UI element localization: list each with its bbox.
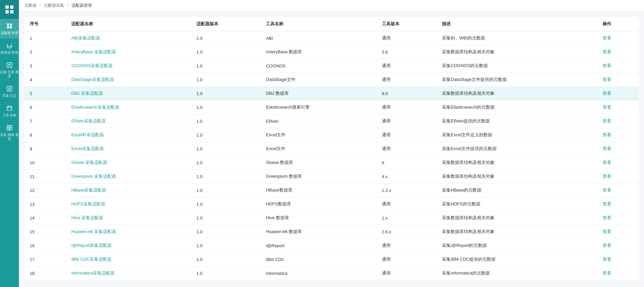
breadcrumb: 元数据 / 元数据采集 / 适配器管理	[19, 0, 644, 11]
view-action-link[interactable]: 查看	[603, 35, 611, 40]
cell-action: 查看	[597, 225, 639, 239]
adapter-name-link[interactable]: Elasticsearch采集适配器	[71, 105, 119, 110]
table-row: 13 HDFS采集适配器 1.0 HDFS数据库 通用 采集HDFS的元数据 查…	[24, 197, 639, 211]
adapter-name-link[interactable]: DB2 采集适配器	[71, 91, 103, 96]
cell-name: Hive 采集适配器	[66, 211, 191, 225]
col-header-tool-name: 工具名称	[260, 17, 376, 31]
cell-adapter-version: 1.0	[191, 197, 260, 211]
cell-adapter-version: 1.0	[191, 128, 260, 142]
cell-tool-version: 通用	[376, 59, 437, 73]
table-row: 14 Hive 采集适配器 1.0 Hive 数据库 1.x 采集数据库结构及相…	[24, 211, 639, 225]
cell-action: 查看	[597, 239, 639, 253]
cell-action: 查看	[597, 31, 639, 45]
cell-name: HBase采集适配器	[66, 183, 191, 197]
adapter-name-link[interactable]: Excel采集适配器	[71, 146, 104, 151]
breadcrumb-sep-1: /	[39, 3, 40, 8]
view-action-link[interactable]: 查看	[603, 49, 611, 54]
collect-log-label: 采集 日志	[2, 94, 17, 98]
cell-description: 采集HBase的元数据	[437, 183, 597, 197]
adapter-name-link[interactable]: HDFS采集适配器	[71, 201, 105, 206]
view-action-link[interactable]: 查看	[603, 270, 611, 276]
cell-tool-version: 8	[376, 156, 437, 170]
cell-adapter-version: 1.0	[191, 253, 260, 266]
cell-name: DB2 采集适配器	[66, 87, 191, 101]
svg-rect-20	[10, 125, 12, 127]
cell-id: 18	[24, 266, 66, 280]
main-content: 元数据 / 元数据采集 / 适配器管理 序号 适配器名称 适配器版本 工具名称 …	[19, 0, 644, 287]
sidebar-item-collect-model[interactable]: 采集 模板 配置	[0, 121, 19, 144]
cell-name: Excel采集适配器	[66, 142, 191, 156]
cell-description: 采集HDFS的元数据	[437, 197, 597, 211]
view-action-link[interactable]: 查看	[603, 132, 611, 137]
view-action-link[interactable]: 查看	[603, 257, 611, 262]
view-action-link[interactable]: 查看	[603, 229, 611, 234]
cell-name: HDFS采集适配器	[66, 197, 191, 211]
cell-name: informatica采集适配器	[66, 266, 191, 280]
collect-task-label: 采集 任务 配置	[0, 70, 19, 78]
breadcrumb-item-1[interactable]: 元数据	[24, 3, 36, 8]
view-action-link[interactable]: 查看	[603, 118, 611, 123]
view-action-link[interactable]: 查看	[603, 77, 611, 82]
cell-tool-version: 9.0	[376, 87, 437, 101]
svg-rect-2	[5, 10, 9, 13]
collect-model-icon	[6, 124, 13, 132]
cell-tool-version: 3.6	[376, 45, 437, 59]
cell-name: Excel补录适配器	[66, 128, 191, 142]
view-action-link[interactable]: 查看	[603, 243, 611, 248]
cell-tool-name: Greenplum 数据库	[260, 170, 376, 183]
adapter-name-link[interactable]: i@Report采集适配器	[71, 243, 112, 248]
cell-adapter-version: 1.0	[191, 73, 260, 87]
adapter-name-link[interactable]: ERwin采集适配器	[71, 118, 106, 123]
cell-id: 8	[24, 128, 66, 142]
sidebar-item-warehouse-audit[interactable]: 入库 审核	[0, 101, 19, 121]
sidebar-item-collect-task[interactable]: 采集 任务 配置	[0, 58, 19, 82]
cell-tool-version: 1.2.x	[376, 183, 437, 197]
view-action-link[interactable]: 查看	[603, 160, 611, 165]
adapter-name-link[interactable]: DataStage采集适配器	[71, 77, 114, 82]
adapter-name-link[interactable]: COGNOS采集适配器	[71, 63, 113, 68]
cell-tool-name: informatica	[260, 266, 376, 280]
cell-tool-version: 1.x	[376, 211, 437, 225]
view-action-link[interactable]: 查看	[603, 201, 611, 206]
view-action-link[interactable]: 查看	[603, 174, 611, 179]
table-container: 序号 适配器名称 适配器版本 工具名称 工具版本 描述 操作 1 ABI采集适配…	[19, 11, 644, 287]
adapter-name-link[interactable]: Gbase 采集适配器	[71, 160, 107, 165]
view-action-link[interactable]: 查看	[603, 146, 611, 151]
sidebar-item-collect-log[interactable]: 采集 日志	[0, 82, 19, 101]
cell-name: i@Report采集适配器	[66, 239, 191, 253]
cell-action: 查看	[597, 142, 639, 156]
view-action-link[interactable]: 查看	[603, 188, 611, 193]
breadcrumb-item-2[interactable]: 元数据采集	[44, 3, 64, 8]
sidebar-item-data-source[interactable]: 数据源 管理	[0, 38, 19, 58]
adapter-name-link[interactable]: ABI采集适配器	[71, 35, 100, 40]
cell-name: Elasticsearch采集适配器	[66, 101, 191, 114]
cell-adapter-version: 1.0	[191, 114, 260, 128]
adapter-name-link[interactable]: IBM CDC采集适配器	[71, 257, 112, 262]
cell-adapter-version: 1.0	[191, 170, 260, 183]
cell-id: 15	[24, 225, 66, 239]
cell-description: 采集数据库结构及相关对象	[437, 211, 597, 225]
warehouse-audit-label: 入库 审核	[2, 113, 17, 117]
adapter-name-link[interactable]: HBase采集适配器	[71, 188, 106, 193]
cell-tool-name: DB2 数据库	[260, 87, 376, 101]
cell-adapter-version: 1.0	[191, 211, 260, 225]
adapter-name-link[interactable]: informatica采集适配器	[71, 270, 115, 276]
cell-tool-name: i@Report	[260, 239, 376, 253]
cell-adapter-version: 1.0	[191, 59, 260, 73]
svg-rect-19	[7, 125, 9, 127]
cell-tool-version: 通用	[376, 253, 437, 266]
adapter-name-link[interactable]: Greenplum 采集适配器	[71, 174, 116, 179]
view-action-link[interactable]: 查看	[603, 215, 611, 220]
sidebar-item-adapter-mgmt[interactable]: 适配器 管理	[0, 19, 19, 38]
view-action-link[interactable]: 查看	[603, 91, 611, 96]
view-action-link[interactable]: 查看	[603, 105, 611, 110]
adapter-name-link[interactable]: Excel补录适配器	[71, 132, 104, 137]
adapter-name-link[interactable]: ArteryBase 采集适配器	[71, 49, 116, 54]
adapter-name-link[interactable]: Hive 采集适配器	[71, 215, 103, 220]
cell-id: 10	[24, 156, 66, 170]
adapter-name-link[interactable]: Huawei-elk 采集适配器	[71, 229, 116, 234]
adapter-mgmt-label: 适配器 管理	[1, 31, 19, 35]
cell-name: DataStage采集适配器	[66, 73, 191, 87]
view-action-link[interactable]: 查看	[603, 63, 611, 68]
cell-description: 采集数据库结构及相关对象	[437, 170, 597, 183]
